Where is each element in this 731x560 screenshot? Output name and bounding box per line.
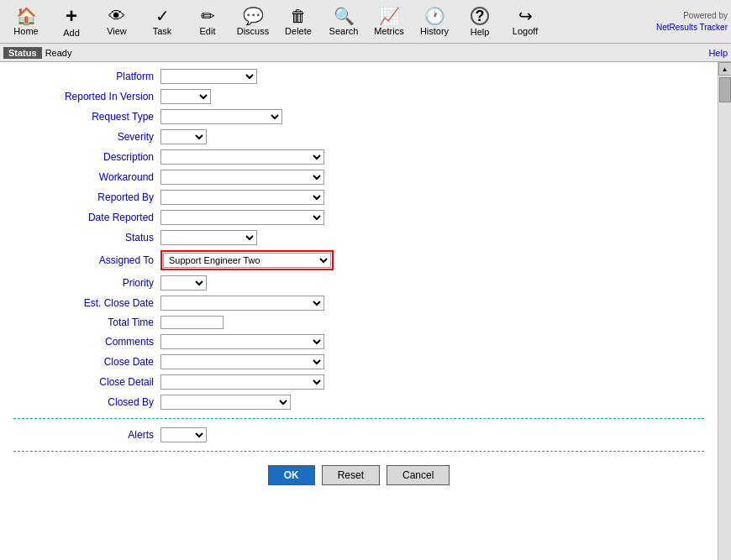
description-control	[160, 149, 324, 165]
request-type-control	[160, 109, 282, 124]
assigned-to-control: Support Engineer Two	[160, 250, 334, 270]
delete-icon: 🗑	[290, 8, 307, 24]
est-close-date-label: Est. Close Date	[13, 297, 160, 309]
total-time-control	[160, 316, 224, 329]
nav-delete[interactable]: 🗑 Delete	[276, 6, 321, 38]
priority-label: Priority	[13, 277, 160, 289]
button-row: OK Reset Cancel	[13, 465, 704, 485]
nav-help[interactable]: ? Help	[457, 5, 502, 39]
brand-link[interactable]: NetResults Tracker	[656, 23, 728, 32]
request-type-label: Request Type	[13, 111, 160, 123]
nav-help-label: Help	[471, 27, 490, 37]
nav-search[interactable]: 🔍 Search	[321, 6, 366, 38]
comments-control	[160, 334, 324, 349]
nav-view-label: View	[107, 26, 127, 36]
total-time-label: Total Time	[13, 317, 160, 328]
logoff-icon: ↪	[518, 8, 533, 24]
cancel-button[interactable]: Cancel	[387, 465, 450, 485]
nav-edit[interactable]: ✏ Edit	[185, 6, 230, 38]
description-select[interactable]	[160, 149, 324, 165]
closed-by-label: Closed By	[13, 396, 160, 408]
status-control	[160, 230, 257, 245]
add-icon: +	[66, 6, 77, 26]
nav-home[interactable]: 🏠 Home	[3, 6, 49, 38]
reported-in-version-label: Reported In Version	[13, 91, 160, 102]
metrics-icon: 📈	[379, 8, 400, 24]
workaround-select[interactable]	[160, 170, 324, 185]
nav-view[interactable]: 👁 View	[94, 6, 139, 38]
divider-2	[13, 451, 704, 452]
nav-history[interactable]: 🕐 History	[412, 6, 457, 38]
date-reported-row: Date Reported	[13, 210, 704, 225]
reported-in-version-row: Reported In Version	[13, 89, 704, 104]
nav-edit-label: Edit	[200, 26, 216, 36]
close-date-select[interactable]	[160, 354, 324, 369]
nav-metrics[interactable]: 📈 Metrics	[366, 6, 412, 38]
alerts-select[interactable]	[160, 427, 207, 442]
history-icon: 🕐	[424, 8, 445, 24]
platform-row: Platform	[13, 69, 704, 84]
help-link[interactable]: Help	[708, 48, 728, 58]
reported-by-select[interactable]	[160, 190, 324, 205]
assigned-to-row: Assigned To Support Engineer Two	[13, 250, 704, 270]
severity-control	[160, 129, 207, 144]
platform-select[interactable]	[160, 69, 257, 84]
home-icon: 🏠	[16, 8, 37, 24]
est-close-date-select[interactable]	[160, 296, 324, 311]
closed-by-select[interactable]	[160, 395, 291, 410]
nav-task[interactable]: ✓ Task	[139, 6, 185, 38]
nav-logoff[interactable]: ↪ Logoff	[502, 6, 548, 38]
severity-select[interactable]	[160, 129, 207, 144]
closed-by-control	[160, 395, 291, 410]
close-detail-row: Close Detail	[13, 374, 704, 390]
close-detail-label: Close Detail	[13, 376, 160, 388]
date-reported-control	[160, 210, 324, 225]
description-label: Description	[13, 151, 160, 163]
reset-button[interactable]: Reset	[322, 465, 380, 485]
edit-icon: ✏	[201, 8, 215, 24]
close-date-label: Close Date	[13, 356, 160, 368]
workaround-label: Workaround	[13, 171, 160, 183]
status-row: Status	[13, 230, 704, 245]
comments-row: Comments	[13, 334, 704, 349]
reported-by-row: Reported By	[13, 190, 704, 205]
alerts-row: Alerts	[13, 427, 704, 442]
nav-task-label: Task	[153, 26, 172, 36]
request-type-select[interactable]	[160, 109, 282, 124]
nav-discuss[interactable]: 💬 Discuss	[230, 6, 276, 38]
nav-logoff-label: Logoff	[513, 26, 538, 36]
divider-1	[13, 418, 704, 419]
description-row: Description	[13, 149, 704, 165]
priority-row: Priority	[13, 275, 704, 290]
date-reported-select[interactable]	[160, 210, 324, 225]
comments-label: Comments	[13, 336, 160, 348]
reported-in-version-select[interactable]	[160, 89, 211, 104]
ok-button[interactable]: OK	[268, 465, 315, 485]
severity-label: Severity	[13, 131, 160, 143]
total-time-input[interactable]	[160, 316, 224, 329]
close-detail-control	[160, 374, 324, 390]
scroll-thumb[interactable]	[719, 77, 731, 102]
nav-add[interactable]: + Add	[49, 4, 94, 39]
form-area: Platform Reported In Version Request Typ…	[0, 62, 718, 560]
close-date-control	[160, 354, 324, 369]
platform-label: Platform	[13, 71, 160, 82]
close-detail-select[interactable]	[160, 374, 324, 390]
statusbar: Status Ready Help	[0, 44, 731, 62]
comments-select[interactable]	[160, 334, 324, 349]
status-select[interactable]	[160, 230, 257, 245]
priority-select[interactable]	[160, 275, 207, 290]
assigned-to-label: Assigned To	[13, 254, 160, 266]
alerts-label: Alerts	[13, 429, 160, 441]
scroll-up-button[interactable]: ▲	[718, 62, 732, 76]
nav-search-label: Search	[329, 26, 359, 36]
status-field-label: Status	[13, 232, 160, 243]
assigned-to-select[interactable]: Support Engineer Two	[163, 253, 331, 268]
workaround-control	[160, 170, 324, 185]
nav-metrics-label: Metrics	[374, 26, 403, 36]
reported-by-control	[160, 190, 324, 205]
nav-home-label: Home	[13, 26, 38, 36]
close-date-row: Close Date	[13, 354, 704, 369]
status-value: Ready	[45, 48, 72, 58]
navbar: 🏠 Home + Add 👁 View ✓ Task ✏ Edit 💬 Disc…	[0, 0, 731, 44]
